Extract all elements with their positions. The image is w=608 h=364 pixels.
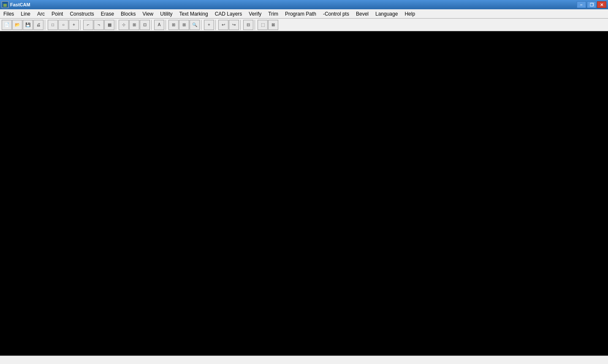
window-controls: − ❐ ✕: [577, 1, 606, 8]
minimize-button[interactable]: −: [577, 1, 586, 8]
menu-item-arc[interactable]: Arc: [34, 9, 48, 18]
toolbar-btn-nesting[interactable]: ⊟: [243, 20, 253, 30]
toolbar-btn-tool2[interactable]: ⬚: [258, 20, 268, 30]
toolbar-separator-13: [151, 20, 153, 30]
toolbar-btn-save[interactable]: 💾: [23, 20, 33, 30]
menu-item-control-pts[interactable]: -Control pts: [320, 9, 353, 18]
toolbar-btn-text[interactable]: A: [154, 20, 164, 30]
menu-item-utility[interactable]: Utility: [157, 9, 176, 18]
toolbar-btn-move[interactable]: ⊹: [119, 20, 129, 30]
toolbar-btn-poly2[interactable]: ¬: [94, 20, 104, 30]
menu-item-trim[interactable]: Trim: [265, 9, 282, 18]
menu-item-help[interactable]: Help: [401, 9, 418, 18]
app-icon: ||||: [2, 1, 8, 8]
toolbar-btn-circle[interactable]: ○: [58, 20, 68, 30]
menu-item-line[interactable]: Line: [17, 9, 34, 18]
menu-item-text-marking[interactable]: Text Marking: [176, 9, 212, 18]
toolbar-separator-4: [45, 20, 46, 30]
toolbar-separator-20: [240, 20, 242, 30]
toolbar-separator-10: [116, 20, 117, 30]
menu-item-program-path[interactable]: Program Path: [282, 9, 320, 18]
menu-item-files[interactable]: Files: [0, 9, 17, 18]
toolbar-btn-new[interactable]: 📄: [2, 20, 12, 30]
toolbar: 📄📂💾🖨□○+⌐¬▦⊹⊞⊡A⊞⊞🔍+↩↪⊟⬚⊠: [0, 19, 608, 31]
menu-item-verify[interactable]: Verify: [245, 9, 265, 18]
app-title: FastCAM: [10, 2, 575, 7]
toolbar-btn-open[interactable]: 📂: [12, 20, 22, 30]
canvas-area[interactable]: [0, 31, 608, 356]
toolbar-btn-tool3[interactable]: ⊠: [268, 20, 278, 30]
restore-button[interactable]: ❐: [587, 1, 596, 8]
menu-item-bevel[interactable]: Bevel: [353, 9, 372, 18]
toolbar-separator-21: [255, 20, 256, 30]
toolbar-btn-zoom-mag[interactable]: 🔍: [190, 20, 200, 30]
toolbar-btn-rect[interactable]: □: [48, 20, 58, 30]
menu-item-point[interactable]: Point: [48, 9, 66, 18]
menu-bar: FilesLineArcPointConstructsEraseBlocksVi…: [0, 9, 608, 19]
status-bar: [0, 356, 608, 364]
menu-item-constructs[interactable]: Constructs: [66, 9, 97, 18]
toolbar-separator-18: [215, 20, 217, 30]
toolbar-btn-print[interactable]: 🖨: [33, 20, 43, 30]
toolbar-separator-17: [201, 20, 203, 30]
menu-item-blocks[interactable]: Blocks: [117, 9, 139, 18]
toolbar-btn-zoom-win[interactable]: ⊞: [168, 20, 179, 30]
menu-item-language[interactable]: Language: [372, 9, 401, 18]
toolbar-btn-shade[interactable]: ▦: [104, 20, 114, 30]
menu-item-view[interactable]: View: [139, 9, 157, 18]
toolbar-btn-scale[interactable]: ⊡: [140, 20, 150, 30]
toolbar-btn-plus[interactable]: +: [69, 20, 79, 30]
menu-item-erase[interactable]: Erase: [98, 9, 117, 18]
title-bar: |||| FastCAM − ❐ ✕: [0, 0, 608, 9]
toolbar-btn-copy[interactable]: ⊞: [129, 20, 139, 30]
toolbar-btn-add-pt[interactable]: +: [204, 20, 214, 30]
toolbar-separator-14: [166, 20, 167, 30]
toolbar-separator-7: [80, 20, 82, 30]
menu-item-cad-layers[interactable]: CAD Layers: [212, 9, 246, 18]
toolbar-btn-zoom-grid[interactable]: ⊞: [179, 20, 189, 30]
toolbar-btn-poly1[interactable]: ⌐: [83, 20, 93, 30]
toolbar-btn-redo[interactable]: ↪: [229, 20, 239, 30]
toolbar-btn-undo[interactable]: ↩: [218, 20, 228, 30]
close-button[interactable]: ✕: [597, 1, 606, 8]
